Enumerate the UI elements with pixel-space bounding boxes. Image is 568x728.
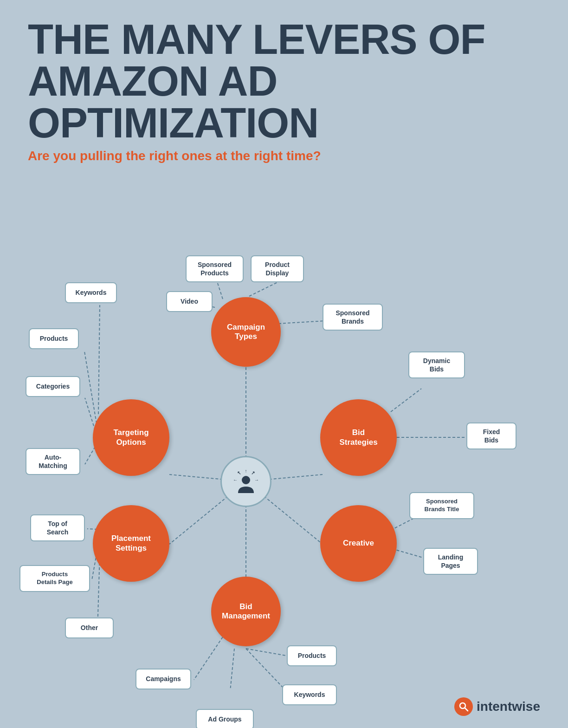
creative-circle: Creative — [320, 505, 397, 582]
svg-point-30 — [242, 476, 250, 484]
page: THE MANY LEVERS OF AMAZON AD OPTIMIZATIO… — [0, 0, 568, 728]
keywords-bm-box: Keywords — [282, 684, 337, 705]
svg-line-24 — [228, 649, 234, 688]
center-figure: ↑ ↖ ↗ ← → — [220, 456, 271, 507]
keywords-to-box: Keywords — [65, 282, 117, 303]
dynamic-bids-box: DynamicBids — [408, 351, 465, 378]
person-icon: ↑ ↖ ↗ ← → — [230, 465, 262, 498]
header: THE MANY LEVERS OF AMAZON AD OPTIMIZATIO… — [0, 0, 568, 173]
title-line1: THE MANY LEVERS OF — [28, 16, 485, 63]
products-bm-box: Products — [287, 645, 337, 666]
logo: intentwise — [454, 697, 540, 716]
svg-line-12 — [85, 398, 95, 430]
other-box: Other — [65, 618, 114, 638]
svg-text:→: → — [254, 477, 259, 482]
diagram-area: .conn { stroke: #5a7f95; stroke-width: 2… — [0, 177, 568, 688]
subtitle: Are you pulling the right ones at the ri… — [28, 149, 540, 163]
fixed-bids-box: FixedBids — [466, 422, 516, 449]
top-of-search-box: Top ofSearch — [30, 514, 85, 541]
svg-line-32 — [465, 708, 468, 711]
product-display-box: ProductDisplay — [251, 255, 304, 282]
ad-groups-box: Ad Groups — [196, 709, 254, 728]
campaigns-box: Campaigns — [136, 669, 191, 689]
sponsored-brands-title-box: SponsoredBrands Title — [409, 492, 474, 519]
products-to-box: Products — [29, 328, 79, 349]
video-box: Video — [166, 291, 213, 312]
logo-p-icon — [458, 701, 469, 712]
title-line2: AMAZON AD OPTIMIZATION — [28, 58, 318, 146]
bid-strategies-circle: BidStrategies — [320, 399, 397, 476]
logo-icon — [454, 697, 473, 716]
logo-text: intentwise — [477, 699, 540, 714]
svg-line-14 — [391, 389, 421, 412]
svg-line-21 — [194, 637, 223, 680]
bid-management-circle: BidManagement — [211, 577, 281, 646]
landing-pages-box: LandingPages — [423, 548, 478, 575]
sponsored-brands-ct-box: SponsoredBrands — [323, 304, 383, 331]
svg-line-10 — [98, 305, 100, 414]
main-title: THE MANY LEVERS OF AMAZON AD OPTIMIZATIO… — [28, 19, 540, 144]
svg-line-7 — [249, 282, 278, 296]
targeting-options-circle: TargetingOptions — [93, 399, 169, 476]
svg-line-6 — [217, 282, 223, 299]
svg-text:↑: ↑ — [245, 468, 247, 474]
logo-bold: wise — [512, 699, 540, 714]
categories-box: Categories — [26, 376, 80, 397]
campaign-types-circle: CampaignTypes — [211, 297, 281, 367]
svg-text:←: ← — [233, 477, 238, 482]
svg-line-13 — [85, 447, 95, 464]
svg-text:↖: ↖ — [237, 470, 241, 475]
logo-normal: intent — [477, 699, 512, 714]
svg-text:↗: ↗ — [251, 470, 255, 475]
svg-line-23 — [246, 649, 291, 688]
products-details-box: ProductsDetails Page — [19, 565, 90, 592]
sponsored-products-box: SponsoredProducts — [186, 255, 244, 282]
svg-line-11 — [84, 351, 97, 423]
placement-settings-circle: PlacementSettings — [93, 505, 169, 582]
auto-matching-box: Auto-Matching — [26, 448, 80, 475]
